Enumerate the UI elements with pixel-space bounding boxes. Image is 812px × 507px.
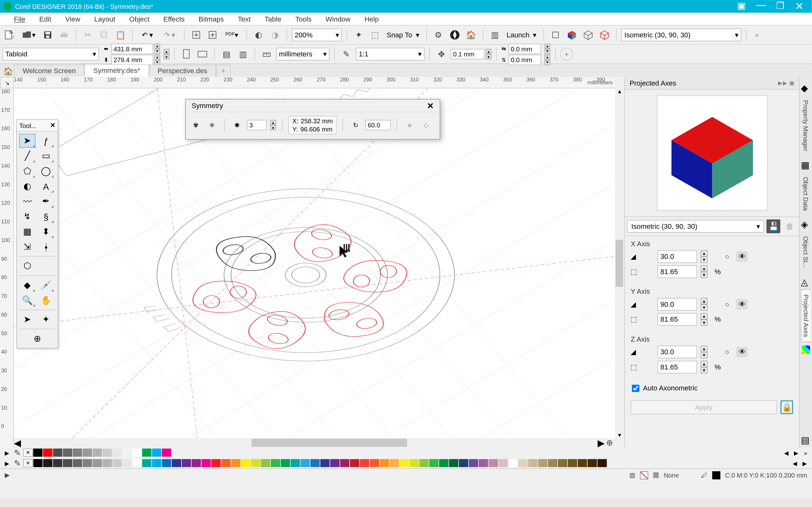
units-select[interactable]: millimeters ▾ [276, 48, 329, 60]
nudge-input[interactable] [451, 49, 484, 59]
color-swatch[interactable] [538, 459, 547, 467]
options-button[interactable]: ⚙ [432, 28, 445, 42]
x-angle-down[interactable]: ▼ [701, 257, 708, 263]
dim-down[interactable]: ▼ [164, 54, 169, 60]
y-lens-icon[interactable]: 👁 [736, 299, 748, 309]
palette2-right[interactable]: ▶ [800, 460, 809, 466]
z-lens-icon[interactable]: 👁 [736, 347, 748, 357]
color-swatch[interactable] [152, 449, 161, 457]
color-swatch[interactable] [261, 459, 270, 467]
color-swatch[interactable] [419, 459, 428, 467]
dimension-tool[interactable]: ⬍ [38, 225, 54, 239]
color-swatch[interactable] [300, 459, 310, 467]
color-swatch[interactable] [310, 459, 320, 467]
palette2-flyout[interactable]: ▶ [2, 460, 11, 466]
scrollbar-vertical[interactable]: ▲ ▼ [615, 77, 624, 447]
cube-outline-button[interactable] [598, 28, 612, 42]
color-swatch[interactable] [201, 459, 211, 467]
color-swatch[interactable] [122, 449, 132, 457]
plane-button[interactable] [549, 28, 563, 42]
color-swatch[interactable] [122, 459, 132, 467]
menu-text[interactable]: Text [231, 15, 258, 23]
color-swatch[interactable] [271, 459, 280, 467]
color-swatch[interactable] [211, 459, 220, 467]
home-tab-icon[interactable]: 🏠 [2, 65, 14, 77]
color-swatch[interactable] [142, 459, 151, 467]
fill-tool[interactable]: ◆ [19, 278, 36, 292]
color-swatch[interactable] [409, 459, 419, 467]
y-circle-icon[interactable]: ○ [725, 300, 729, 308]
docker-tab-property-manager[interactable]: Property Manager [801, 95, 810, 156]
scroll-right[interactable]: ▶ [598, 437, 605, 448]
ellipse-tool[interactable]: ◯ [38, 164, 54, 178]
dupy-up[interactable]: ▲ [545, 55, 550, 60]
x-circle-icon[interactable]: ○ [725, 252, 729, 261]
menu-effects[interactable]: Effects [156, 15, 192, 23]
color-swatch[interactable] [132, 449, 142, 457]
color-swatch[interactable] [598, 459, 607, 467]
color-swatch[interactable] [548, 459, 557, 467]
y-angle-input[interactable] [658, 298, 697, 311]
line-tool[interactable]: ╱ [19, 149, 36, 163]
sym-mode-1[interactable]: ✾ [189, 119, 202, 131]
freetransform-tool[interactable]: ✦ [38, 313, 54, 326]
rectangle-tool[interactable]: ▭ [38, 149, 54, 163]
dupx-up[interactable]: ▲ [545, 43, 550, 49]
color-swatch[interactable] [73, 449, 82, 457]
color-swatch[interactable] [330, 459, 339, 467]
landscape-button[interactable] [196, 47, 210, 61]
docker-icon-6[interactable]: ▤ [801, 435, 810, 444]
sym-opt-1[interactable]: ○ [403, 119, 416, 131]
y-angle-up[interactable]: ▲ [701, 298, 708, 304]
color-swatch[interactable] [380, 459, 389, 467]
sym-mode-2[interactable]: ⁜ [206, 119, 218, 131]
polygon-tool[interactable]: ⬠ [19, 164, 36, 178]
nudge-down[interactable]: ▼ [486, 54, 491, 60]
callout-tool[interactable]: ◐ [19, 179, 36, 193]
color-swatch[interactable] [459, 459, 468, 467]
lock-button[interactable]: 🔒 [780, 400, 793, 414]
save-preset-button[interactable]: 💾 [766, 219, 780, 233]
canvas[interactable] [14, 89, 615, 438]
dup-y-input[interactable] [508, 55, 541, 65]
eyedropper-tool[interactable]: 💉 [38, 278, 54, 292]
color-swatch[interactable] [251, 459, 260, 467]
nudge-up[interactable]: ▲ [486, 49, 491, 54]
color-swatch[interactable] [568, 459, 577, 467]
sym-lines-down[interactable]: ▼ [270, 125, 276, 130]
zoom-tool[interactable]: 🔍 [19, 293, 36, 307]
tab-symmetry[interactable]: Symmetry.des* [85, 64, 149, 77]
cube-rgb-button[interactable] [565, 28, 579, 42]
no-color-icon[interactable]: ⊠ [653, 470, 659, 480]
no-fill-swatch-2[interactable]: ✕ [23, 459, 32, 467]
snap-obj-button[interactable]: ⬚ [368, 28, 382, 42]
x-angle-up[interactable]: ▲ [701, 250, 708, 257]
pan-tool[interactable]: ✋ [38, 293, 54, 307]
units-icon-button[interactable] [260, 47, 274, 61]
import-button[interactable] [189, 28, 203, 42]
y-scale-up[interactable]: ▲ [701, 313, 708, 320]
z-angle-input[interactable] [658, 346, 697, 358]
symmetry-dialog[interactable]: Symmetry ✕ ✾ ⁜ ✱ ▲▼ X:258.32 mm Y:96.606… [185, 99, 440, 140]
sym-lines-up[interactable]: ▲ [270, 120, 276, 125]
menu-file[interactable]: File [7, 15, 32, 23]
color-swatch[interactable] [53, 449, 62, 457]
color-swatch[interactable] [43, 459, 52, 467]
color-swatch[interactable] [221, 459, 231, 467]
eyedrop-icon[interactable]: ✎ [12, 449, 23, 457]
spiral-tool[interactable]: § [38, 210, 54, 223]
shape-tool[interactable]: ƒ [38, 134, 54, 148]
color-swatch[interactable] [429, 459, 438, 467]
z-scale-up[interactable]: ▲ [701, 360, 708, 367]
snap-to-select[interactable]: Snap To ▾ [385, 29, 421, 41]
y-angle-down[interactable]: ▼ [701, 304, 708, 311]
pen-tool[interactable]: ✒ [38, 194, 54, 208]
scale-icon-button[interactable]: ✎ [339, 47, 353, 61]
color-swatch[interactable] [162, 459, 171, 467]
pin-icon[interactable]: ▣ [737, 0, 746, 13]
docker-icon-2[interactable]: ▦ [801, 159, 810, 169]
pages-all-button[interactable]: ▤ [219, 47, 234, 61]
dupy-down[interactable]: ▼ [545, 60, 550, 65]
auto-axonometric-checkbox[interactable] [632, 384, 640, 392]
projection-preset-select[interactable]: Isometric (30, 90, 30)▾ [627, 220, 764, 233]
